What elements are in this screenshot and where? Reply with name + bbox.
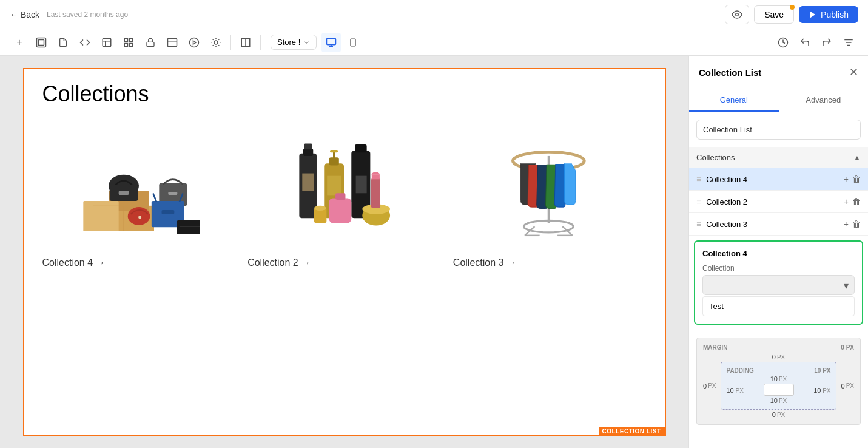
collection-row-name-1: Collection 4 [706,175,844,184]
svg-point-16 [214,41,218,44]
collection-row-name-3: Collection 3 [706,220,844,229]
grid-icon[interactable] [119,33,138,52]
collection-link-2[interactable]: Collection 2 → [247,253,441,273]
mobile-device-btn[interactable] [343,33,363,52]
collection-select[interactable]: Test [702,275,855,295]
svg-rect-35 [118,191,129,195]
add-collection-button-2[interactable]: + [844,197,849,206]
dropdown-option-test[interactable]: Test [702,296,855,316]
margin-top: 0 [772,353,776,361]
row-actions-2: + 🗑 [844,197,861,206]
store-selector[interactable]: Store ! [271,35,317,50]
collections-grid: Collection 4 → [24,107,665,285]
canvas-content: Collections [23,68,666,436]
collection-select-label: Collection [702,264,855,273]
publish-icon [809,10,817,19]
code-icon[interactable] [75,33,95,52]
svg-rect-10 [130,43,133,46]
add-icon[interactable]: + [10,33,29,52]
collection-row-1[interactable]: ≡ Collection 4 + 🗑 [689,168,868,191]
publish-button[interactable]: Publish [799,6,858,23]
svg-rect-30 [83,201,118,231]
layers-icon[interactable] [32,33,51,52]
svg-rect-61 [372,174,380,179]
media-icon[interactable] [184,33,204,52]
toolbar-divider-2 [260,35,261,50]
template-icon[interactable] [97,33,116,52]
drag-handle-icon-3: ≡ [696,219,701,229]
svg-rect-22 [351,39,355,46]
device-buttons [321,33,363,52]
desktop-device-btn[interactable] [321,33,341,52]
collection-link-3[interactable]: Collection 3 → [453,253,647,273]
save-button[interactable]: Save [754,5,794,24]
panel-tabs: General Advanced [689,89,868,112]
svg-rect-4 [103,38,111,47]
svg-rect-60 [371,178,380,208]
svg-rect-54 [355,144,367,152]
redo-icon[interactable] [817,33,836,52]
tab-advanced[interactable]: Advanced [779,89,869,112]
add-collection-button-1[interactable]: + [844,174,849,184]
toolbar: + Store ! [0,29,868,56]
back-button[interactable]: ← Back [10,10,39,19]
svg-rect-39 [161,210,174,214]
svg-rect-45 [303,149,313,156]
main: Collections [0,56,868,448]
svg-rect-47 [303,174,315,191]
store-name: Store ! [277,38,300,47]
svg-rect-8 [130,38,133,41]
svg-point-14 [190,38,199,47]
margin-bottom: 0 [772,411,776,418]
panel-input-section [689,112,868,147]
layout-icon[interactable] [236,33,255,52]
padding-right: 10 [813,387,821,394]
delete-collection-button-2[interactable]: 🗑 [852,197,861,206]
drag-handle-icon: ≡ [696,174,701,184]
collection-item-3: Collection 3 → [453,119,647,273]
panel-close-button[interactable]: ✕ [849,66,858,79]
collection-row-3[interactable]: ≡ Collection 3 + 🗑 [689,213,868,236]
collection-row-2[interactable]: ≡ Collection 2 + 🗑 [689,191,868,213]
collection-link-1[interactable]: Collection 4 → [42,253,236,273]
padding-top: 10 [770,375,778,382]
header-left: ← Back Last saved 2 months ago [10,10,128,19]
chevron-down-icon [303,39,310,46]
cosmetics-illustration [289,131,399,240]
margin-left: 0 [703,382,707,390]
collection-item-2: Collection 2 → [247,119,441,273]
margin-value: 0 PX [841,344,854,351]
settings-icon[interactable] [839,33,858,52]
add-collection-button-3[interactable]: + [844,219,849,229]
collection-image-2 [247,119,441,253]
saved-status: Last saved 2 months ago [47,10,128,19]
svg-rect-57 [336,193,346,200]
toolbar-right [773,33,858,52]
canvas-area[interactable]: Collections [0,56,688,448]
panel-header: Collection List ✕ [689,56,868,89]
padding-value: 10 PX [814,367,830,374]
collection-detail-panel: Collection 4 Collection Test ▾ Test [694,240,863,325]
delete-collection-button-1[interactable]: 🗑 [852,174,861,184]
tab-general[interactable]: General [689,89,779,112]
svg-rect-11 [147,42,154,46]
undo-icon[interactable] [795,33,815,52]
padding-label: PADDING [726,367,753,374]
detail-panel-title: Collection 4 [702,249,855,258]
page-icon[interactable] [53,33,73,52]
lock-icon[interactable] [141,33,160,52]
collection-list-label: COLLECTION LIST [599,427,665,436]
svg-rect-12 [168,38,177,47]
history-icon[interactable] [773,33,793,52]
accordion-title: Collections [696,153,735,162]
collection-list-name-input[interactable] [696,120,861,140]
collections-accordion-header[interactable]: Collections ▲ [689,147,868,168]
clothes-illustration [495,131,604,240]
section-icon[interactable] [163,33,182,52]
header: ← Back Last saved 2 months ago Save Publ… [0,0,868,29]
accordion-arrow-icon: ▲ [853,154,861,162]
collection-image-3 [453,119,647,253]
effects-icon[interactable] [206,33,226,52]
preview-button[interactable] [725,5,749,24]
delete-collection-button-3[interactable]: 🗑 [852,219,861,229]
